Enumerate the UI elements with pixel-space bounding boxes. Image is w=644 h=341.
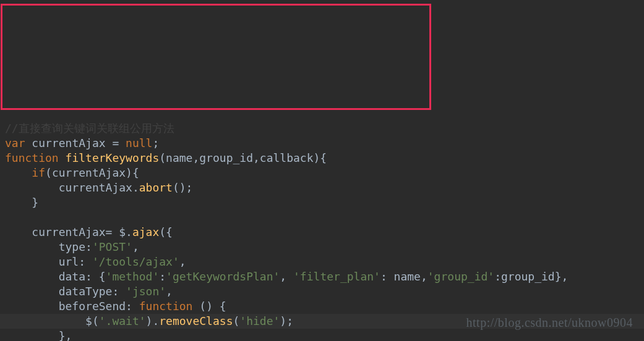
faded-comment: //直接查询关键词关联组公用方法 (5, 122, 174, 135)
fn-filterKeywords: filterKeywords (66, 151, 160, 164)
code-editor: //直接查询关键词关联组公用方法 var currentAjax = null;… (0, 0, 644, 341)
fn-removeClass: removeClass (159, 314, 233, 327)
code-block: //直接查询关键词关联组公用方法 var currentAjax = null;… (5, 106, 639, 341)
watermark-text: http://blog.csdn.net/uknow0904 (466, 315, 633, 330)
kw-if: if (32, 166, 45, 179)
kw-function: function (5, 151, 66, 164)
highlight-box (1, 4, 431, 110)
fn-ajax: ajax (132, 225, 159, 238)
kw-var: var (5, 137, 32, 149)
fn-abort: abort (139, 181, 173, 194)
